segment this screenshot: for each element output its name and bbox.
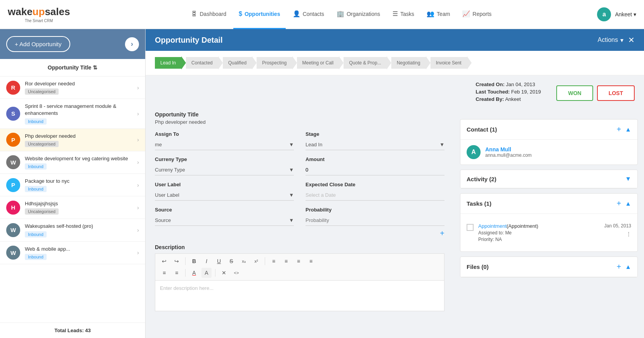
opp-badge: Uncategorised — [25, 141, 59, 147]
nav-reports[interactable]: 📈 Reports — [457, 0, 497, 29]
created-on-label: Created On: — [476, 81, 504, 87]
user-label-label: User Label — [155, 182, 294, 187]
logo-tagline: The Smart CRM — [8, 19, 70, 23]
nav-organizations-label: Organizations — [347, 11, 380, 17]
toolbar-separator-1 — [185, 257, 186, 265]
stage-item[interactable]: Prospecting — [257, 56, 297, 69]
actions-button[interactable]: Actions ▾ — [598, 36, 623, 44]
lost-button[interactable]: LOST — [597, 85, 635, 101]
italic-button[interactable]: I — [201, 256, 212, 266]
tasks-add-button[interactable]: + — [616, 199, 621, 208]
undo-button[interactable]: ↩ — [159, 256, 169, 266]
task-date: Jan 05, 2013 — [604, 223, 631, 229]
contact-card-body: A Anna Mull anna.mull@acme.com — [460, 140, 637, 165]
detail-left-column: Opportunity Title Php developer needed A… — [146, 111, 454, 319]
description-editor[interactable]: Enter description here... — [155, 280, 444, 311]
superscript-button[interactable]: x² — [251, 256, 261, 266]
stage-select[interactable]: Lead In ▼ — [306, 139, 444, 150]
list-item[interactable]: WWeb & mobile app...Inbound› — [0, 242, 145, 264]
activity-card-header: Activity (2) ▼ — [460, 170, 637, 188]
code-button[interactable]: <> — [231, 268, 241, 278]
stage-item[interactable]: Quote & Prop... — [344, 56, 391, 69]
files-card-header: Files (0) + ▲ — [460, 257, 637, 277]
activity-collapse-button[interactable]: ▼ — [625, 175, 631, 182]
nav-opportunities[interactable]: $ Opportunities — [233, 0, 286, 29]
stage-item[interactable]: Meeting or Call — [297, 56, 344, 69]
stage-item[interactable]: Invoice Sent — [430, 56, 472, 69]
opp-title-field-value: Php developer needed — [155, 119, 444, 125]
user-menu[interactable]: Ankeet ▾ — [615, 11, 636, 17]
strikethrough-button[interactable]: S — [226, 256, 236, 266]
list-item[interactable]: PPhp developer neededUncategorised› — [0, 129, 145, 151]
user-label-value: User Label — [155, 192, 179, 198]
opp-info: Ror developer neededUncategorised — [25, 80, 132, 95]
add-opportunity-button[interactable]: + Add Opportunity — [6, 36, 70, 52]
stage-value: Lead In — [306, 142, 322, 147]
task-name[interactable]: Appointment — [478, 223, 507, 229]
stage-arrow-icon — [467, 56, 472, 69]
list-item[interactable]: PPackage tour to nycInbound› — [0, 174, 145, 196]
files-add-button[interactable]: + — [616, 262, 621, 271]
stage-item[interactable]: Negotiating — [391, 56, 430, 69]
nav-dashboard[interactable]: 🎛 Dashboard — [186, 0, 232, 29]
redo-button[interactable]: ↪ — [172, 256, 182, 266]
nav-team[interactable]: 👥 Team — [421, 0, 455, 29]
list-item[interactable]: WWakeupsales self-hosted (pro)Inbound› — [0, 219, 145, 241]
contact-collapse-button[interactable]: ▲ — [625, 126, 631, 133]
files-collapse-button[interactable]: ▲ — [625, 263, 631, 270]
contact-add-button[interactable]: + — [616, 125, 621, 134]
probability-input[interactable] — [306, 215, 444, 226]
activity-card: Activity (2) ▼ — [460, 170, 638, 189]
bg-color-button[interactable]: A — [201, 268, 212, 278]
assign-to-value: me — [155, 142, 162, 147]
opp-title-text: Web & mobile app... — [25, 246, 132, 253]
chevron-right-icon: › — [137, 205, 139, 211]
stage-item[interactable]: Qualified — [223, 56, 257, 69]
source-select[interactable]: Source ▼ — [155, 215, 294, 226]
assign-to-field: Assign To me ▼ — [155, 131, 294, 150]
task-more-button[interactable]: ⋮ — [626, 231, 631, 237]
align-right-button[interactable]: ≡ — [293, 256, 304, 266]
detail-content: Opportunity Title Php developer needed A… — [146, 111, 644, 319]
tasks-collapse-button[interactable]: ▲ — [625, 200, 631, 207]
align-center-button[interactable]: ≡ — [281, 256, 291, 266]
stage-field: Stage Lead In ▼ — [306, 131, 444, 150]
justify-button[interactable]: ≡ — [306, 256, 316, 266]
assign-to-select[interactable]: me ▼ — [155, 139, 294, 150]
nav-tasks-label: Tasks — [400, 11, 414, 17]
font-color-button[interactable]: A — [189, 268, 199, 278]
sidebar-collapse-button[interactable]: › — [125, 37, 139, 51]
list-item[interactable]: RRor developer neededUncategorised› — [0, 76, 145, 99]
expected-close-select[interactable]: Select a Date — [306, 190, 444, 201]
add-field-button[interactable]: + — [155, 229, 444, 238]
user-label-select[interactable]: User Label ▼ — [155, 190, 294, 201]
align-left-button[interactable]: ≡ — [269, 256, 279, 266]
nav-organizations[interactable]: 🏢 Organizations — [331, 0, 385, 29]
opp-avatar: W — [6, 155, 20, 169]
ul-button[interactable]: ≡ — [159, 268, 169, 278]
bold-button[interactable]: B — [189, 256, 199, 266]
opp-info: Package tour to nycInbound — [25, 178, 132, 192]
list-item[interactable]: SSprint 8 - service management module & … — [0, 99, 145, 128]
amount-input[interactable] — [306, 165, 444, 175]
detail-panel: Opportunity Detail Actions ▾ ✕ Lead InCo… — [146, 29, 644, 338]
won-button[interactable]: WON — [556, 85, 593, 101]
stage-arrow-icon — [252, 56, 257, 69]
ol-button[interactable]: ≡ — [172, 268, 182, 278]
clear-format-button[interactable]: ✕ — [219, 268, 229, 278]
underline-button[interactable]: U — [214, 256, 224, 266]
nav-tasks[interactable]: ☰ Tasks — [387, 0, 420, 29]
opp-title-text: Package tour to nyc — [25, 178, 132, 185]
close-button[interactable]: ✕ — [628, 35, 635, 45]
task-priority-label: Priority: — [478, 237, 495, 242]
currency-type-select[interactable]: Curreny Type ▼ — [155, 165, 294, 175]
list-item[interactable]: HHdhsjajsjhsjsjsUncategorised› — [0, 196, 145, 219]
stage-item[interactable]: Lead In — [155, 56, 186, 69]
task-checkbox[interactable] — [467, 224, 474, 231]
contact-name[interactable]: Anna Mull — [485, 146, 532, 153]
nav-contacts[interactable]: 👤 Contacts — [287, 0, 330, 29]
list-item[interactable]: WWebsite development for veg catering we… — [0, 151, 145, 174]
stage-label: Quote & Prop... — [344, 57, 387, 69]
subscript-button[interactable]: x₂ — [239, 256, 249, 266]
stage-item[interactable]: Contacted — [186, 56, 223, 69]
